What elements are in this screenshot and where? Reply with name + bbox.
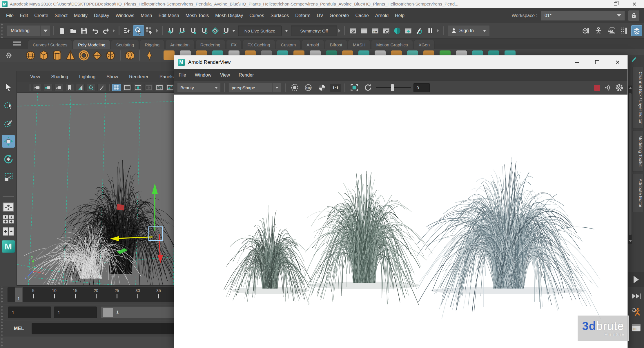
ipr-render-button[interactable]: IPR xyxy=(370,25,381,36)
hypershade-button[interactable] xyxy=(403,25,414,36)
menu-14[interactable]: UV xyxy=(314,8,326,23)
renderview-menu-1[interactable]: Window xyxy=(191,72,216,78)
menu-7[interactable]: Mesh xyxy=(137,8,155,23)
channel-box-toggle[interactable] xyxy=(606,25,617,36)
layer-editor-toggle[interactable] xyxy=(631,25,642,36)
shelf-tab-7[interactable]: FX Caching xyxy=(242,40,275,49)
snap-view-plane-button[interactable] xyxy=(221,25,232,36)
grid-toggle-button[interactable] xyxy=(112,84,121,91)
toon-shader-button[interactable] xyxy=(392,25,403,36)
command-language-label[interactable]: MEL xyxy=(14,326,24,331)
shelf-icon-0[interactable] xyxy=(164,50,175,60)
abort-render-button[interactable] xyxy=(594,85,600,91)
workspace-lock-button[interactable] xyxy=(628,10,639,21)
script-editor-button[interactable]: {;} xyxy=(628,320,644,335)
playback-start-field[interactable]: 1 xyxy=(54,307,97,318)
broadcast-icon[interactable] xyxy=(604,84,612,92)
select-object-button[interactable] xyxy=(133,25,144,36)
renderview-close-button[interactable] xyxy=(607,55,627,69)
select-component-button[interactable] xyxy=(144,25,155,36)
chevron-down-icon[interactable] xyxy=(285,30,288,32)
chevron-down-icon[interactable] xyxy=(232,30,235,32)
play-forward-button[interactable] xyxy=(628,272,644,287)
lasso-tool[interactable] xyxy=(2,99,15,112)
menu-10[interactable]: Mesh Display xyxy=(212,8,246,23)
group-expand-arrow[interactable] xyxy=(113,29,115,32)
menu-13[interactable]: Deform xyxy=(292,8,313,23)
scale-tool[interactable] xyxy=(2,171,15,184)
rgb-channel-button[interactable]: RGB xyxy=(303,82,314,93)
menu-15[interactable]: Generate xyxy=(326,8,352,23)
renderview-minimize-button[interactable] xyxy=(567,55,587,69)
shelf-tab-13[interactable]: XGen xyxy=(414,40,435,49)
menu-9[interactable]: Mesh Tools xyxy=(182,8,212,23)
menu-8[interactable]: Edit Mesh xyxy=(155,8,182,23)
exposure-slider-handle[interactable] xyxy=(391,84,394,91)
menu-16[interactable]: Cache xyxy=(352,8,372,23)
menu-3[interactable]: Select xyxy=(51,8,70,23)
exposure-field[interactable]: 0 xyxy=(413,83,430,92)
command-line-grip[interactable] xyxy=(0,321,4,336)
renderview-menu-3[interactable]: Render xyxy=(234,72,258,78)
humanik-toggle[interactable] xyxy=(593,25,604,36)
menu-11[interactable]: Curves xyxy=(246,8,267,23)
select-hierarchy-button[interactable] xyxy=(122,25,133,36)
safe-action-button[interactable] xyxy=(166,84,175,91)
menu-4[interactable]: Modify xyxy=(71,8,91,23)
rotate-tool[interactable] xyxy=(2,153,15,166)
2d-pan-zoom-button[interactable] xyxy=(87,84,95,91)
sign-in-button[interactable]: Sign In xyxy=(447,25,490,36)
gate-mask-button[interactable] xyxy=(144,84,153,91)
display-region-button[interactable] xyxy=(349,82,360,93)
dock-scrollbar[interactable] xyxy=(628,86,632,244)
layout-four-view[interactable] xyxy=(3,214,14,224)
dock-tab-1[interactable]: Modeling Toolkit xyxy=(632,130,643,171)
paint-select-tool[interactable] xyxy=(2,117,15,130)
restore-button[interactable] xyxy=(606,0,625,8)
viewport-menu-3[interactable]: Show xyxy=(106,74,118,79)
group-expand-arrow[interactable] xyxy=(437,29,439,32)
camera-select[interactable]: perspShape xyxy=(228,83,281,93)
shelf-tab-2[interactable]: Sculpting xyxy=(111,40,139,49)
shelf-tab-5[interactable]: Rendering xyxy=(195,40,225,49)
viewport-menu-4[interactable]: Renderer xyxy=(129,74,148,79)
menu-1[interactable]: Edit xyxy=(17,8,31,23)
edit-pencil-icon[interactable] xyxy=(632,57,636,62)
current-frame-marker[interactable]: 1 xyxy=(15,287,23,302)
renderview-menu-0[interactable]: File xyxy=(174,72,191,78)
menu-5[interactable]: Display xyxy=(91,8,112,23)
render-current-frame-button[interactable] xyxy=(359,25,370,36)
viewport-menu-0[interactable]: View xyxy=(30,74,40,79)
refresh-render-button[interactable] xyxy=(362,82,373,93)
paint-effects-button[interactable] xyxy=(414,25,425,36)
exposure-slider[interactable] xyxy=(376,87,411,88)
status-line-grip[interactable] xyxy=(0,23,4,38)
menu-set-select[interactable]: Modeling xyxy=(7,25,50,36)
camera-attributes-button[interactable] xyxy=(55,84,63,91)
shelf-tab-6[interactable]: FX xyxy=(226,40,242,49)
range-slider-handle[interactable] xyxy=(103,308,113,317)
viewport-menu-2[interactable]: Lighting xyxy=(79,74,95,79)
bookmark-button[interactable] xyxy=(65,84,74,91)
select-tool[interactable] xyxy=(2,81,15,94)
lock-camera-button[interactable] xyxy=(44,84,52,91)
minimize-button[interactable] xyxy=(587,0,606,8)
viewport-menu-1[interactable]: Shading xyxy=(51,74,68,79)
shelf-tab-8[interactable]: Custom xyxy=(276,40,301,49)
move-manipulator[interactable]: y x z xyxy=(17,93,174,285)
layout-single-persp[interactable] xyxy=(3,202,14,212)
menu-6[interactable]: Windows xyxy=(112,8,137,23)
grease-pencil-button[interactable] xyxy=(97,84,106,91)
poly-cone-button[interactable] xyxy=(64,50,77,61)
menu-17[interactable]: Arnold xyxy=(372,8,392,23)
gear-icon[interactable] xyxy=(615,84,623,92)
renderview-title-bar[interactable]: M Arnold RenderView xyxy=(174,55,627,69)
snap-point-button[interactable] xyxy=(188,25,199,36)
undo-button[interactable] xyxy=(90,25,101,36)
move-tool[interactable] xyxy=(2,135,15,148)
render-view-button[interactable] xyxy=(348,25,359,36)
select-camera-button[interactable] xyxy=(33,84,42,91)
poly-torus-button[interactable] xyxy=(77,50,90,61)
renderview-maximize-button[interactable] xyxy=(587,55,607,69)
live-surface-field[interactable]: No Live Surface xyxy=(238,26,282,36)
